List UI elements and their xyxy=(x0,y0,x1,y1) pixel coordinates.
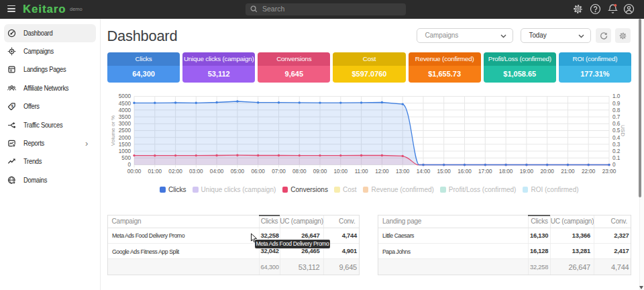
svg-text:21:00: 21:00 xyxy=(561,168,575,175)
svg-text:500: 500 xyxy=(121,155,131,161)
svg-text:16:00: 16:00 xyxy=(458,168,472,175)
svg-text:$: $ xyxy=(11,104,13,108)
svg-text:0.2: 0.2 xyxy=(612,148,621,154)
svg-text:09:00: 09:00 xyxy=(313,168,327,175)
svg-text:01:00: 01:00 xyxy=(148,168,162,175)
svg-text:2500: 2500 xyxy=(119,128,131,134)
svg-text:02:00: 02:00 xyxy=(168,168,182,175)
svg-text:4000: 4000 xyxy=(119,107,131,113)
svg-text:15:00: 15:00 xyxy=(437,168,451,175)
svg-text:05:00: 05:00 xyxy=(231,168,245,175)
svg-text:06:00: 06:00 xyxy=(251,168,265,175)
svg-text:3000: 3000 xyxy=(119,121,131,127)
svg-text:08:00: 08:00 xyxy=(292,168,307,175)
svg-text:5000: 5000 xyxy=(119,93,131,99)
svg-text:0: 0 xyxy=(612,162,616,168)
svg-text:0.5: 0.5 xyxy=(612,128,621,134)
svg-text:1000: 1000 xyxy=(119,148,131,154)
svg-text:12:00: 12:00 xyxy=(375,168,389,175)
svg-text:0.6: 0.6 xyxy=(612,121,621,127)
svg-text:11:00: 11:00 xyxy=(355,168,368,175)
svg-text:00:00: 00:00 xyxy=(127,168,142,175)
svg-text:20:00: 20:00 xyxy=(540,168,554,175)
svg-text:0.1: 0.1 xyxy=(612,155,621,161)
svg-text:3500: 3500 xyxy=(119,114,131,120)
svg-text:2000: 2000 xyxy=(119,135,131,141)
svg-text:10:00: 10:00 xyxy=(334,168,348,175)
svg-text:18:00: 18:00 xyxy=(499,168,513,175)
svg-text:USD: USD xyxy=(620,125,626,136)
svg-text:0.8: 0.8 xyxy=(612,107,621,113)
svg-text:04:00: 04:00 xyxy=(210,168,224,175)
svg-text:22:00: 22:00 xyxy=(582,168,596,175)
svg-text:14:00: 14:00 xyxy=(417,168,431,175)
svg-text:19:00: 19:00 xyxy=(520,168,534,175)
svg-text:0.3: 0.3 xyxy=(612,142,621,148)
svg-text:1500: 1500 xyxy=(119,142,131,148)
svg-text:0: 0 xyxy=(127,162,131,168)
svg-text:17:00: 17:00 xyxy=(478,168,492,175)
svg-text:0.4: 0.4 xyxy=(612,135,621,141)
svg-text:0.7: 0.7 xyxy=(612,114,621,120)
svg-text:23:00: 23:00 xyxy=(602,168,616,175)
svg-text:Volume or %: Volume or % xyxy=(110,115,116,146)
svg-text:1.0: 1.0 xyxy=(612,93,621,99)
svg-text:4500: 4500 xyxy=(119,101,131,107)
svg-text:13:00: 13:00 xyxy=(396,168,410,175)
svg-text:0.9: 0.9 xyxy=(612,101,621,107)
svg-text:07:00: 07:00 xyxy=(272,168,286,175)
svg-text:03:00: 03:00 xyxy=(189,168,203,175)
